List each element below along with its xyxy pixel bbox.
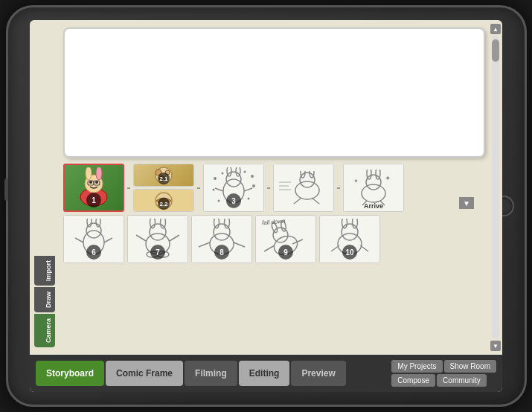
svg-line-33 <box>312 198 319 204</box>
svg-text:✦: ✦ <box>385 174 391 182</box>
thumb-7[interactable]: 7 <box>127 215 188 263</box>
svg-line-27 <box>244 188 252 191</box>
thumbnail-row-1: 1 <box>63 164 485 212</box>
svg-point-21 <box>252 184 255 187</box>
svg-line-64 <box>234 242 245 247</box>
thumb-9[interactable]: fall down 9 <box>255 215 316 263</box>
svg-text:✦: ✦ <box>353 178 359 184</box>
thumb-21[interactable]: 2.1 <box>133 164 194 187</box>
thumb-10[interactable]: 10 <box>319 215 380 263</box>
compose-button[interactable]: Compose <box>391 374 435 387</box>
svg-point-24 <box>222 173 224 175</box>
center-area: ▼ <box>60 20 489 355</box>
svg-point-61 <box>214 219 219 228</box>
svg-line-76 <box>360 245 368 251</box>
svg-point-47 <box>87 219 92 227</box>
svg-point-62 <box>225 219 230 228</box>
thumb-1[interactable]: 1 <box>63 164 124 212</box>
svg-point-52 <box>150 224 166 240</box>
svg-line-26 <box>215 188 223 191</box>
thumb-22[interactable]: 2.2 <box>133 189 194 212</box>
svg-point-39 <box>367 170 371 179</box>
tools-panel: Import Draw Camera <box>30 20 60 355</box>
nav-right-row-2: Compose Community <box>391 374 496 387</box>
thumb-group-2: 2.1 2.2 <box>133 164 194 212</box>
svg-point-22 <box>218 200 220 202</box>
scroll-thumb[interactable] <box>492 39 499 62</box>
svg-point-54 <box>161 219 166 228</box>
svg-point-48 <box>96 219 100 227</box>
nav-right-buttons: My Projects Show Room Compose Community <box>391 360 496 387</box>
scroll-down[interactable]: ▼ <box>490 341 501 351</box>
canvas-area <box>63 28 485 158</box>
svg-line-50 <box>104 238 112 242</box>
svg-point-60 <box>214 224 230 240</box>
thumb-5-label: Arrive <box>344 202 403 210</box>
import-tool[interactable]: Import <box>34 256 55 286</box>
scroll-track[interactable] <box>492 36 499 339</box>
bottom-nav: Storyboard Comic Frame Filming Editing P… <box>30 355 502 392</box>
nav-right-row-1: My Projects Show Room <box>391 360 496 373</box>
draw-tool[interactable]: Draw <box>34 287 55 312</box>
svg-point-73 <box>342 219 347 228</box>
svg-point-3 <box>96 167 102 180</box>
thumb-5[interactable]: ✦ ✦ Arrive <box>343 164 404 212</box>
tab-editing[interactable]: Editing <box>239 361 290 386</box>
svg-point-4 <box>89 181 92 184</box>
tab-storyboard[interactable]: Storyboard <box>36 361 104 386</box>
community-button[interactable]: Community <box>437 374 487 387</box>
my-projects-button[interactable]: My Projects <box>391 360 442 373</box>
svg-point-25 <box>244 171 246 173</box>
side-button[interactable] <box>4 178 8 201</box>
svg-line-56 <box>170 235 179 241</box>
svg-line-63 <box>199 242 210 247</box>
tablet: Import Draw Camera ▼ <box>6 5 527 407</box>
svg-point-37 <box>362 184 385 202</box>
svg-point-28 <box>295 181 319 199</box>
storyboard-area: 1 <box>63 164 485 351</box>
thumb-3[interactable]: 3 <box>203 164 264 212</box>
svg-line-70 <box>264 245 275 251</box>
thumb-4[interactable] <box>273 164 334 212</box>
main-area: Import Draw Camera ▼ <box>30 20 502 355</box>
svg-point-2 <box>86 167 92 180</box>
svg-point-72 <box>342 224 358 240</box>
camera-tool[interactable]: Camera <box>34 314 55 347</box>
tab-filming[interactable]: Filming <box>185 361 237 386</box>
thumb-6[interactable]: 6 <box>63 215 124 263</box>
tab-comic-frame[interactable]: Comic Frame <box>106 361 183 386</box>
svg-line-32 <box>294 198 301 204</box>
svg-point-18 <box>214 177 217 180</box>
svg-line-49 <box>75 238 83 242</box>
svg-point-29 <box>300 173 315 187</box>
tab-preview[interactable]: Preview <box>291 361 345 386</box>
svg-line-75 <box>331 245 339 251</box>
thumbnail-row-2: 6 <box>63 215 485 263</box>
show-room-button[interactable]: Show Room <box>444 360 496 373</box>
svg-point-20 <box>213 189 215 191</box>
svg-point-53 <box>150 219 156 228</box>
svg-point-19 <box>251 175 254 178</box>
svg-point-40 <box>376 170 380 179</box>
svg-point-23 <box>248 198 250 200</box>
screen: Import Draw Camera ▼ <box>30 20 502 392</box>
svg-line-55 <box>136 235 146 241</box>
thumb-8[interactable]: 8 <box>191 215 252 263</box>
scroll-panel: ▲ ▼ <box>489 20 502 355</box>
svg-point-74 <box>353 219 358 228</box>
svg-point-38 <box>366 175 381 190</box>
svg-point-5 <box>95 181 98 184</box>
scroll-up[interactable]: ▲ <box>490 24 501 34</box>
